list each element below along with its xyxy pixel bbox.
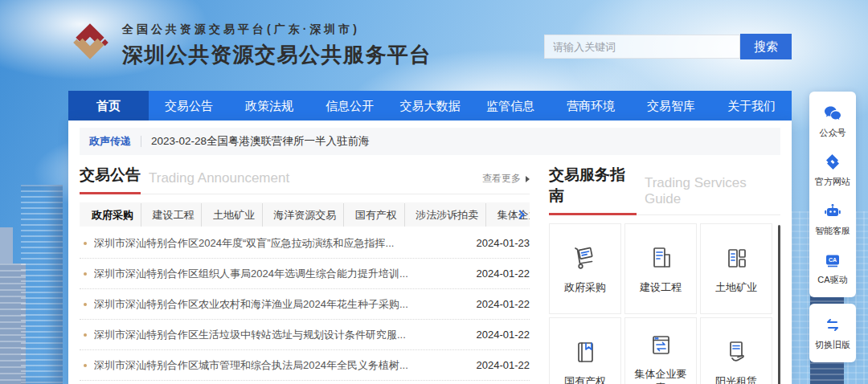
side-rail: 公众号 官方网站 智能客服 CA [809, 92, 856, 362]
announcement-row[interactable]: 深圳市深汕特别合作区生活垃圾中转站选址与规划设计条件研究服... 2024-01… [80, 320, 530, 350]
background-skyscraper-left [21, 185, 63, 384]
guide-cell-government-procurement[interactable]: 政府采购 [549, 223, 621, 314]
trolley-icon [571, 244, 600, 273]
tab-state-owned-property[interactable]: 国有产权 [348, 203, 405, 227]
panel-header: 交易服务指南 Trading Services Guide [549, 165, 780, 215]
view-more-link[interactable]: 查看更多 [482, 172, 530, 194]
site-logo-icon [823, 153, 842, 172]
content-area: 政声传递 2023-02-28全国粤港澳联营律所一半入驻前海 交易公告 Trad… [68, 121, 792, 384]
guide-cell-label: 建设工程 [633, 280, 688, 294]
rail-item-label: CA驱动 [817, 274, 847, 286]
ca-drive-icon: CA [822, 251, 843, 270]
panel-subtitle: Trading Services Guide [645, 175, 780, 214]
ticker-label[interactable]: 政声传递 [89, 134, 131, 149]
guide-cell-land-mining[interactable]: 土地矿业 [700, 223, 772, 314]
bullet-icon [84, 242, 87, 245]
rail-item-label: 切换旧版 [815, 339, 850, 351]
view-more-label: 查看更多 [482, 172, 521, 186]
tab-government-procurement[interactable]: 政府采购 [84, 203, 141, 227]
announcement-date: 2024-01-23 [469, 237, 530, 249]
ticker-divider [141, 136, 141, 147]
tab-construction-engineering[interactable]: 建设工程 [145, 203, 202, 227]
tab-judicial-auction[interactable]: 涉法涉诉拍卖 [408, 203, 486, 227]
nav-item-supervision[interactable]: 监管信息 [470, 91, 551, 121]
guide-cell-collective-enterprise-elements[interactable]: 集体企业要素 [624, 317, 697, 384]
tab-marine-resources[interactable]: 海洋资源交易 [266, 203, 344, 227]
announcement-row[interactable]: 深圳市深汕特别合作区农业农村和海洋渔业局2024年花生种子采购... 2024-… [80, 289, 530, 320]
announcement-date: 2024-01-22 [469, 298, 530, 310]
rail-item-switch-old-version[interactable]: 切换旧版 [809, 308, 856, 357]
page-container: 全国公共资源交易平台(广东·深圳市) 深圳公共资源交易公共服务平台 搜索 首页 … [68, 0, 792, 384]
site-brand[interactable]: 全国公共资源交易平台(广东·深圳市) 深圳公共资源交易公共服务平台 [68, 20, 432, 69]
services-guide-panel: 交易服务指南 Trading Services Guide [549, 165, 780, 384]
national-platform-title: 全国公共资源交易平台(广东·深圳市) [122, 22, 432, 37]
category-tabs: 政府采购 建设工程 土地矿业 海洋资源交易 国有产权 涉法涉诉拍卖 集体企业要素… [80, 202, 530, 227]
nav-item-business-environment[interactable]: 营商环境 [551, 91, 631, 121]
nav-item-home[interactable]: 首页 [68, 91, 149, 121]
nav-item-trading-announcements[interactable]: 交易公告 [149, 91, 229, 121]
announcement-title[interactable]: 深圳市深汕特别合作区2024年度“双盲”应急拉动演练和应急指挥... [94, 236, 394, 251]
ticker-news-link[interactable]: 2023-02-28全国粤港澳联营律所一半入驻前海 [151, 134, 370, 149]
platform-logo-icon [68, 20, 113, 65]
announcement-row[interactable]: 深圳市深汕特别合作区城市管理和综合执法局2024年全民义务植树... 2024-… [80, 350, 530, 381]
announcement-list: 深圳市深汕特别合作区2024年度“双盲”应急拉动演练和应急指挥... 2024-… [80, 228, 530, 384]
guide-cell-sunshine-leasing[interactable]: 阳光租赁 [700, 317, 772, 384]
wechat-icon [822, 104, 843, 123]
nav-item-policies[interactable]: 政策法规 [229, 91, 309, 121]
rail-item-label: 官方网站 [815, 176, 850, 188]
trading-announcement-panel: 交易公告 Trading Announcement 查看更多 政府采购 建设工程… [80, 165, 530, 384]
announcement-row[interactable]: 深圳市深汕特别合作区2024年度“双盲”应急拉动演练和应急指挥... 2024-… [80, 228, 530, 259]
bullet-icon [84, 272, 87, 276]
announcement-date: 2024-01-22 [469, 359, 530, 371]
page-title: 深圳公共资源交易公共服务平台 [122, 41, 432, 69]
search-button[interactable]: 搜索 [740, 34, 792, 59]
tab-land-mining[interactable]: 土地矿业 [206, 203, 263, 227]
buildings-icon [722, 244, 751, 273]
guide-cell-state-owned-property[interactable]: 国有产权 [549, 317, 621, 384]
exchange-window-icon [646, 331, 675, 360]
announcement-row[interactable]: 2024年交通监控设施维护项目（H）招标公告 2024-01-20 [80, 381, 530, 384]
announcement-title[interactable]: 深圳市深汕特别合作区农业农村和海洋渔业局2024年花生种子采购... [94, 297, 408, 312]
announcement-row[interactable]: 深圳市深汕特别合作区组织人事局2024年选调生综合能力提升培训... 2024-… [80, 259, 530, 289]
rail-item-smart-customer-service[interactable]: 智能客服 [809, 194, 856, 243]
side-rail-main-box: 公众号 官方网站 智能客服 CA [809, 92, 856, 297]
panels-row: 交易公告 Trading Announcement 查看更多 政府采购 建设工程… [68, 155, 792, 384]
rail-item-ca-driver[interactable]: CA CA驱动 [809, 243, 856, 292]
swap-icon [823, 316, 842, 335]
search-bar: 搜索 [544, 34, 792, 59]
book-bookmark-icon [571, 338, 600, 367]
guide-cell-label: 土地矿业 [709, 280, 764, 294]
svg-text:CA: CA [829, 257, 837, 263]
hand-document-icon [722, 338, 751, 367]
guide-scrollbar[interactable] [778, 225, 780, 384]
nav-item-info-disclosure[interactable]: 信息公开 [309, 91, 390, 121]
announcement-date: 2024-01-22 [469, 329, 530, 341]
panel-title: 交易公告 [80, 165, 141, 194]
bullet-icon [84, 303, 87, 306]
nav-item-about[interactable]: 关于我们 [711, 91, 792, 121]
side-rail-switch-box: 切换旧版 [809, 304, 856, 362]
nav-item-big-data[interactable]: 交易大数据 [390, 91, 470, 121]
arrow-right-icon [526, 176, 530, 182]
rail-item-wechat-official-account[interactable]: 公众号 [809, 96, 856, 145]
main-navbar: 首页 交易公告 政策法规 信息公开 交易大数据 监管信息 营商环境 交易智库 关… [68, 91, 792, 121]
announcement-title[interactable]: 深圳市深汕特别合作区城市管理和综合执法局2024年全民义务植树... [94, 358, 408, 373]
announcement-title[interactable]: 深圳市深汕特别合作区生活垃圾中转站选址与规划设计条件研究服... [94, 328, 406, 342]
panel-subtitle: Trading Announcement [149, 170, 289, 194]
rail-item-official-website[interactable]: 官方网站 [809, 145, 856, 194]
panel-title: 交易服务指南 [549, 165, 637, 215]
news-ticker: 政声传递 2023-02-28全国粤港澳联营律所一半入驻前海 [80, 128, 780, 155]
panel-header: 交易公告 Trading Announcement 查看更多 [80, 165, 530, 194]
guide-cell-label: 政府采购 [558, 280, 612, 294]
bullet-icon [84, 364, 87, 367]
announcement-date: 2024-01-22 [469, 268, 530, 280]
robot-icon [823, 202, 842, 221]
guide-cell-label: 阳光租赁 [709, 374, 764, 384]
nav-item-think-tank[interactable]: 交易智库 [631, 91, 711, 121]
bullet-icon [84, 333, 87, 337]
guide-cell-label: 国有产权 [558, 374, 612, 384]
guide-cell-construction-engineering[interactable]: 建设工程 [624, 223, 697, 314]
announcement-title[interactable]: 深圳市深汕特别合作区组织人事局2024年选调生综合能力提升培训... [94, 267, 408, 281]
search-input[interactable] [544, 35, 740, 59]
rail-item-label: 公众号 [820, 127, 846, 139]
